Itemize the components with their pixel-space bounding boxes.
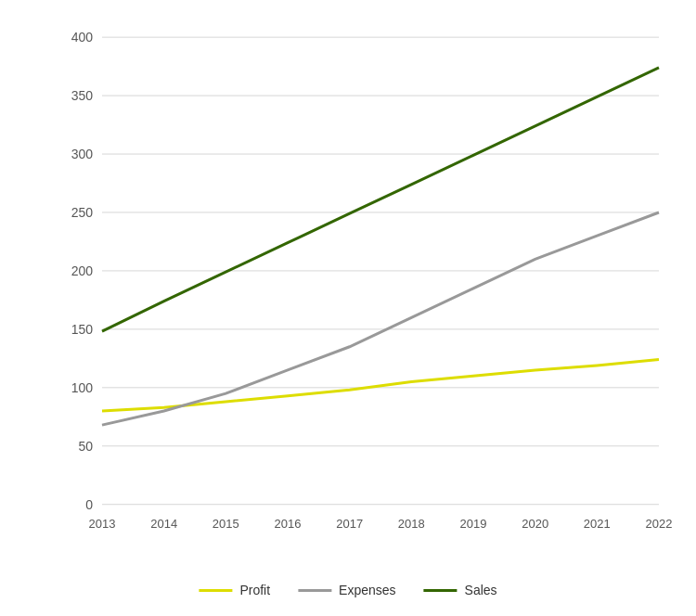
expenses-line	[102, 212, 659, 425]
svg-text:2014: 2014	[150, 517, 177, 531]
sales-line	[102, 68, 659, 331]
expenses-legend-line	[298, 589, 331, 592]
sales-legend-label: Sales	[465, 583, 497, 597]
profit-legend-line	[199, 589, 232, 592]
svg-text:100: 100	[71, 380, 94, 395]
legend-item-expenses: Expenses	[298, 583, 395, 597]
svg-text:2020: 2020	[522, 517, 548, 531]
legend-item-profit: Profit	[199, 583, 270, 597]
svg-text:2022: 2022	[646, 517, 673, 531]
svg-text:2016: 2016	[275, 517, 302, 531]
svg-text:50: 50	[78, 439, 93, 454]
svg-text:400: 400	[71, 30, 94, 45]
sales-legend-line	[424, 589, 458, 592]
profit-line	[102, 360, 659, 411]
svg-text:2018: 2018	[398, 517, 425, 531]
svg-text:300: 300	[71, 147, 94, 161]
svg-text:0: 0	[85, 497, 93, 512]
svg-text:2019: 2019	[460, 517, 487, 531]
svg-text:2017: 2017	[336, 517, 363, 531]
svg-text:2015: 2015	[213, 517, 239, 531]
svg-text:2021: 2021	[584, 517, 611, 531]
expenses-legend-label: Expenses	[339, 583, 395, 597]
svg-text:350: 350	[71, 88, 94, 103]
svg-text:150: 150	[71, 322, 94, 337]
chart-container: 400 350 300 250 200 150 100 50 0 2013 20…	[0, 0, 696, 616]
legend-item-sales: Sales	[424, 583, 497, 597]
chart-legend: Profit Expenses Sales	[199, 583, 496, 597]
svg-text:2013: 2013	[89, 517, 116, 531]
line-chart: 400 350 300 250 200 150 100 50 0 2013 20…	[56, 19, 677, 542]
svg-text:250: 250	[71, 205, 94, 220]
svg-text:200: 200	[71, 263, 94, 278]
profit-legend-label: Profit	[239, 583, 270, 597]
